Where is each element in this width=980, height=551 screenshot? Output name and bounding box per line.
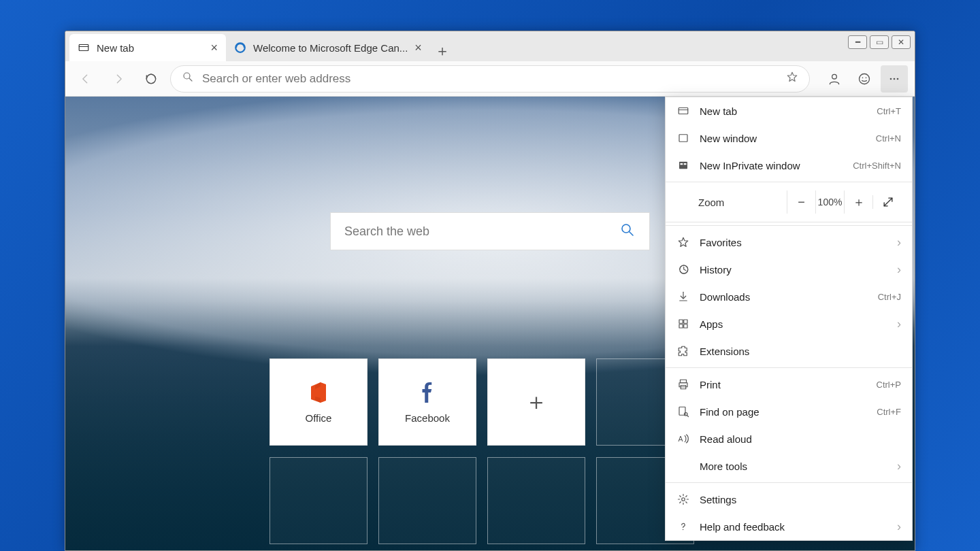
close-window-button[interactable]: ✕ xyxy=(892,35,911,49)
svg-point-7 xyxy=(860,73,870,84)
menu-item-new-tab[interactable]: New tabCtrl+T xyxy=(666,97,912,124)
tile-add[interactable]: ＋ xyxy=(487,358,585,446)
minimize-button[interactable]: ━ xyxy=(848,35,867,49)
profile-button[interactable] xyxy=(821,65,848,93)
help-icon xyxy=(676,520,690,533)
tab-welcome[interactable]: Welcome to Microsoft Edge Can... × xyxy=(226,34,430,61)
tab-new-tab[interactable]: New tab × xyxy=(69,34,226,61)
menu-item-favorites[interactable]: Favorites› xyxy=(666,229,912,256)
menu-shortcut: Ctrl+T xyxy=(877,106,901,116)
menu-item-print[interactable]: PrintCtrl+P xyxy=(666,371,912,398)
newtab-search-placeholder: Search the web xyxy=(344,224,429,239)
svg-rect-29 xyxy=(681,380,687,383)
svg-point-3 xyxy=(184,73,190,79)
settings-menu: New tabCtrl+TNew windowCtrl+NNew InPriva… xyxy=(665,97,913,541)
menu-item-label: Find on page xyxy=(700,406,760,418)
svg-line-4 xyxy=(189,78,192,81)
quick-tiles-row2 xyxy=(270,457,694,544)
tile-empty[interactable] xyxy=(487,457,585,544)
tile-empty[interactable] xyxy=(378,457,476,544)
tab-title: New tab xyxy=(97,42,134,54)
menu-item-history[interactable]: History› xyxy=(666,256,912,283)
star-icon xyxy=(676,236,690,248)
svg-text:A: A xyxy=(679,435,683,443)
inprivate-icon xyxy=(676,159,690,171)
menu-item-new-inprivate-window[interactable]: New InPrivate windowCtrl+Shift+N xyxy=(666,152,912,179)
svg-point-6 xyxy=(832,74,837,79)
tab-close-button[interactable]: × xyxy=(210,41,218,54)
svg-rect-27 xyxy=(679,324,683,328)
menu-item-label: Extensions xyxy=(700,346,749,357)
menu-item-label: Downloads xyxy=(700,291,750,303)
menu-item-label: Read aloud xyxy=(700,433,752,445)
svg-point-10 xyxy=(890,78,892,80)
svg-line-21 xyxy=(884,198,892,206)
zoom-out-button[interactable]: − xyxy=(787,190,815,214)
menu-shortcut: Ctrl+N xyxy=(876,133,901,144)
menu-shortcut: Ctrl+Shift+N xyxy=(853,161,901,171)
svg-line-14 xyxy=(630,232,633,235)
window-controls: ━ ▭ ✕ xyxy=(848,35,911,49)
svg-rect-18 xyxy=(679,162,687,169)
menu-item-label: New InPrivate window xyxy=(700,160,800,171)
chevron-right-icon: › xyxy=(897,235,901,250)
gear-icon xyxy=(676,493,690,505)
search-icon xyxy=(182,71,194,86)
menu-item-label: Help and feedback xyxy=(700,521,785,533)
svg-rect-25 xyxy=(679,320,683,323)
favorite-icon[interactable] xyxy=(786,71,798,86)
menu-item-settings[interactable]: Settings xyxy=(666,486,912,513)
address-bar[interactable] xyxy=(170,65,810,93)
svg-marker-5 xyxy=(787,72,797,81)
menu-item-new-window[interactable]: New windowCtrl+N xyxy=(666,124,912,152)
menu-item-label: Favorites xyxy=(700,237,742,248)
menu-item-extensions[interactable]: Extensions xyxy=(666,337,912,365)
tab-title: Welcome to Microsoft Edge Can... xyxy=(253,42,408,54)
tile-label: Facebook xyxy=(405,412,450,424)
fullscreen-button[interactable] xyxy=(872,195,902,209)
plus-icon: ＋ xyxy=(525,386,548,418)
refresh-button[interactable] xyxy=(137,65,165,93)
chevron-right-icon: › xyxy=(897,317,901,331)
menu-shortcut: Ctrl+F xyxy=(877,407,901,417)
svg-rect-15 xyxy=(679,108,688,114)
menu-item-downloads[interactable]: DownloadsCtrl+J xyxy=(666,283,912,310)
svg-point-36 xyxy=(682,498,685,501)
menu-item-more-tools[interactable]: More tools› xyxy=(666,452,912,480)
back-button[interactable] xyxy=(72,65,99,93)
newtab-search[interactable]: Search the web xyxy=(330,212,650,250)
zoom-label: Zoom xyxy=(675,197,787,208)
browser-window: ━ ▭ ✕ New tab × Welcome to Microsoft Edg… xyxy=(65,31,915,551)
facebook-icon xyxy=(417,381,438,404)
settings-menu-button[interactable] xyxy=(881,65,908,93)
tab-strip: New tab × Welcome to Microsoft Edge Can.… xyxy=(65,31,915,61)
menu-item-find-on-page[interactable]: Find on pageCtrl+F xyxy=(666,398,912,425)
tile-office[interactable]: Office xyxy=(270,358,368,446)
forward-button[interactable] xyxy=(105,65,132,93)
extension-icon xyxy=(676,345,690,357)
history-icon xyxy=(676,263,690,276)
address-input[interactable] xyxy=(202,72,778,86)
zoom-value: 100% xyxy=(815,190,844,214)
maximize-button[interactable]: ▭ xyxy=(870,35,889,49)
chevron-right-icon: › xyxy=(897,459,901,473)
svg-rect-20 xyxy=(684,163,687,165)
tile-facebook[interactable]: Facebook xyxy=(378,358,476,446)
tile-empty[interactable] xyxy=(270,457,368,544)
menu-item-help-and-feedback[interactable]: Help and feedback› xyxy=(666,513,912,540)
menu-zoom-row: Zoom−100%＋ xyxy=(666,185,912,219)
menu-shortcut: Ctrl+P xyxy=(877,380,901,390)
window-icon xyxy=(676,132,690,144)
new-tab-button[interactable]: ＋ xyxy=(430,41,455,61)
feedback-button[interactable] xyxy=(851,65,878,93)
search-icon xyxy=(619,222,636,241)
menu-item-apps[interactable]: Apps› xyxy=(666,310,912,337)
menu-item-label: Print xyxy=(700,379,721,390)
svg-rect-17 xyxy=(679,135,687,142)
svg-point-38 xyxy=(683,529,684,531)
tab-close-button[interactable]: × xyxy=(414,41,422,54)
tile-label: Office xyxy=(306,412,332,424)
apps-icon xyxy=(676,318,690,330)
menu-item-read-aloud[interactable]: ARead aloud xyxy=(666,425,912,452)
zoom-in-button[interactable]: ＋ xyxy=(844,190,872,214)
